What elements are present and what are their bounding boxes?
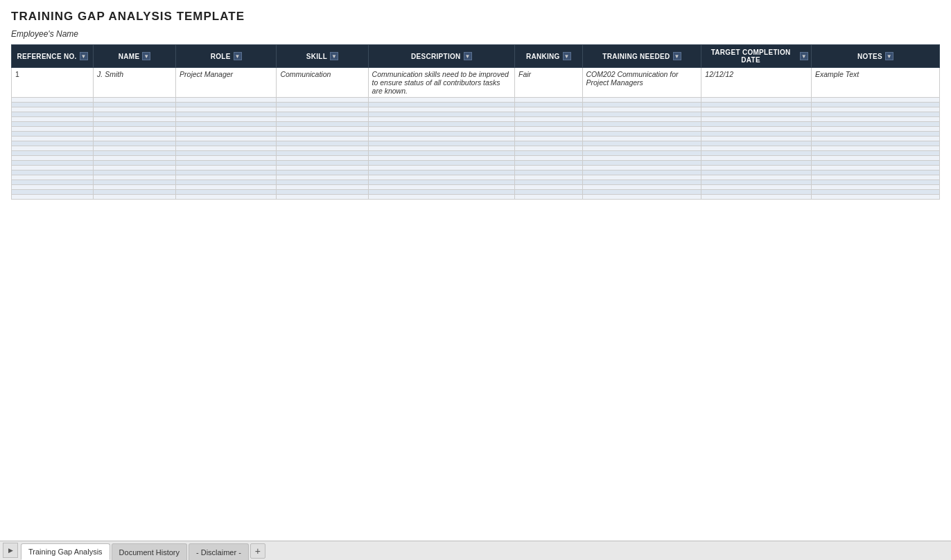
th-name: NAME ▼ <box>94 45 176 68</box>
table-row <box>12 170 940 175</box>
th-ranking: RANKING ▼ <box>515 45 582 68</box>
cell-ranking: Fair <box>515 68 582 98</box>
role-dropdown[interactable]: ▼ <box>234 52 242 60</box>
table-row: 1 J. Smith Project Manager Communication… <box>12 68 940 98</box>
table-row <box>12 166 940 170</box>
cell-ref: 1 <box>12 68 94 98</box>
notes-dropdown[interactable]: ▼ <box>885 52 893 60</box>
employee-label: Employee's Name <box>11 29 940 39</box>
th-target: TARGET COMPLETION DATE ▼ <box>701 45 812 68</box>
training-dropdown[interactable]: ▼ <box>673 52 681 60</box>
table-row <box>12 98 940 103</box>
desc-dropdown[interactable]: ▼ <box>464 52 472 60</box>
cell-desc: Communication skills need to be improved… <box>368 68 514 98</box>
cell-role: Project Manager <box>176 68 277 98</box>
table-row <box>12 185 940 190</box>
table-row <box>12 107 940 112</box>
skill-dropdown[interactable]: ▼ <box>330 52 338 60</box>
th-role: ROLE ▼ <box>176 45 277 68</box>
name-dropdown[interactable]: ▼ <box>142 52 150 60</box>
cell-name: J. Smith <box>94 68 176 98</box>
th-training: TRAINING NEEDED ▼ <box>582 45 701 68</box>
table-row <box>12 190 940 195</box>
table-row <box>12 112 940 117</box>
table-row <box>12 132 940 137</box>
table-row <box>12 141 940 146</box>
cell-notes: Example Text <box>811 68 939 98</box>
cell-skill: Communication <box>277 68 368 98</box>
th-desc: DESCRIPTION ▼ <box>368 45 514 68</box>
ref-dropdown[interactable]: ▼ <box>80 52 88 60</box>
table-row <box>12 175 940 180</box>
main-content: TRAINING GAP ANALYSIS TEMPLATE Employee'… <box>0 0 951 200</box>
th-skill: SKILL ▼ <box>277 45 368 68</box>
table-row <box>12 156 940 161</box>
cell-target: 12/12/12 <box>701 68 812 98</box>
table-row <box>12 146 940 151</box>
ranking-dropdown[interactable]: ▼ <box>563 52 571 60</box>
table-row <box>12 161 940 166</box>
cell-training: COM202 Communication for Project Manager… <box>582 68 701 98</box>
table-row <box>12 180 940 185</box>
target-dropdown[interactable]: ▼ <box>800 52 808 60</box>
table-row <box>12 122 940 127</box>
table-row <box>12 127 940 132</box>
table-row <box>12 195 940 200</box>
table-row <box>12 151 940 156</box>
th-notes: NOTES ▼ <box>811 45 939 68</box>
page-title: TRAINING GAP ANALYSIS TEMPLATE <box>11 10 940 24</box>
table-row <box>12 117 940 122</box>
main-table: REFERENCE NO. ▼ NAME ▼ ROLE ▼ <box>11 44 940 200</box>
table-row <box>12 137 940 141</box>
table-row <box>12 103 940 107</box>
th-ref: REFERENCE NO. ▼ <box>12 45 94 68</box>
